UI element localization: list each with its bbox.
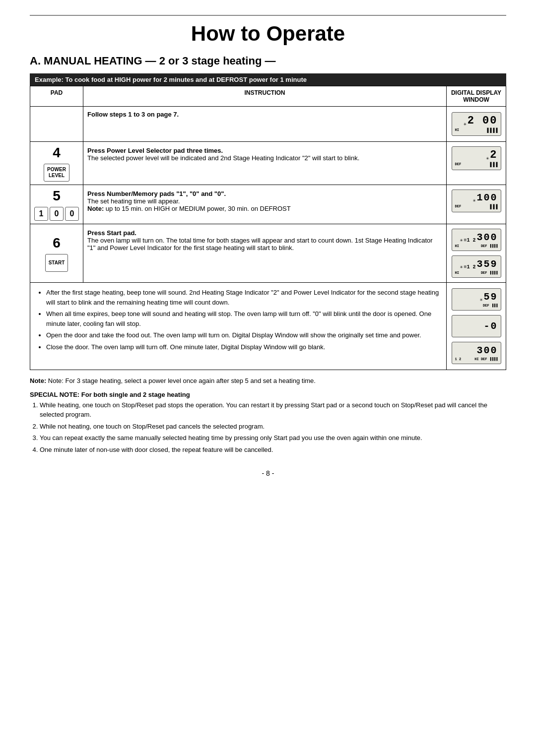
example-bar: Example: To cook food at HIGH power for … bbox=[30, 73, 506, 86]
special-item-1: While heating, one touch on Stop/Reset p… bbox=[40, 400, 506, 420]
display-indicators-6b: HI DEF ▐▐▐▐ bbox=[455, 271, 498, 275]
sun-icon-6b: ✳ bbox=[460, 264, 463, 270]
step-5-num-cell: 5 1 0 0 bbox=[30, 185, 83, 224]
display-main-6b: 359 bbox=[476, 258, 497, 270]
bullet-4: Close the door. The oven lamp will turn … bbox=[46, 342, 439, 352]
sun-icon-6a: ✳ bbox=[460, 237, 463, 243]
follow-steps-pad bbox=[30, 107, 83, 142]
display-indicators-0: HI ▐▐▐▐ bbox=[455, 128, 498, 133]
display-main-b2: -0 bbox=[483, 320, 497, 332]
step-5-row: 5 1 0 0 Press Number/Memory pads "1", "0… bbox=[30, 185, 506, 224]
note-text: Note: Note: For 3 stage heating, select … bbox=[30, 376, 506, 386]
display-indicators-5: DEF ▐▐▐ bbox=[455, 204, 498, 210]
display-group-bullets: ✳ 59 DEF ▐▐▐ -0 bbox=[449, 287, 504, 366]
bars-indicator: ▐▐▐▐ bbox=[485, 128, 497, 133]
note-text-body: Note: For 3 stage heating, select a powe… bbox=[48, 377, 316, 384]
col-header-pad: PAD bbox=[30, 86, 83, 107]
step-5-body: The set heating time will appear. bbox=[87, 197, 180, 205]
hi-indicator-6a: HI bbox=[455, 244, 459, 248]
sun-icon-top: ✳ bbox=[464, 121, 467, 127]
step-4-body: The selected power level will be indicat… bbox=[87, 154, 359, 162]
display-group-6: ✳ ≡1 2 300 HI DEF ▐▐▐▐ ✳ ≡1 2 bbox=[451, 227, 502, 279]
step-5-instruction: Press Number/Memory pads "1", "0" and "0… bbox=[83, 185, 447, 224]
display-step-5: ✳ 100 DEF ▐▐▐ bbox=[452, 189, 501, 212]
display-bullet-2: -0 bbox=[452, 315, 501, 337]
stage-icon-6b: ≡1 2 bbox=[464, 264, 475, 270]
display-indicators-6a: HI DEF ▐▐▐▐ bbox=[455, 244, 498, 248]
bullets-row: After the first stage heating, beep tone… bbox=[30, 283, 506, 370]
step-5-number: 5 bbox=[53, 188, 61, 204]
step-6-num-cell: 6 START bbox=[30, 224, 83, 283]
hi-indicator-6b: HI bbox=[455, 271, 459, 275]
col-header-instruction: INSTRUCTION bbox=[83, 86, 447, 107]
bars-b1: DEF ▐▐▐ bbox=[483, 304, 497, 308]
display-indicators-b3: 1 2 HI DEF ▐▐▐▐ bbox=[455, 357, 498, 361]
def-indicator-5: DEF bbox=[455, 204, 462, 210]
special-item-2: While not heating, one touch on Stop/Res… bbox=[40, 422, 506, 432]
step-4-number: 4 bbox=[53, 145, 61, 161]
def-indicator-4: DEF bbox=[455, 162, 462, 168]
step-6-body: The oven lamp will turn on. The total ti… bbox=[87, 237, 433, 252]
special-note-title: SPECIAL NOTE: For both single and 2 stag… bbox=[30, 391, 506, 398]
bullet-3: Open the door and take the food out. The… bbox=[46, 330, 439, 340]
sun-icon-4: ✳ bbox=[486, 155, 489, 161]
bullets-list: After the first stage heating, beep tone… bbox=[37, 288, 439, 352]
step-6-display: ✳ ≡1 2 300 HI DEF ▐▐▐▐ ✳ ≡1 2 bbox=[447, 224, 506, 283]
display-step-6a: ✳ ≡1 2 300 HI DEF ▐▐▐▐ bbox=[452, 229, 501, 251]
bars-b3: HI DEF ▐▐▐▐ bbox=[474, 357, 497, 361]
pad-1: 1 bbox=[34, 207, 48, 221]
follow-steps-instruction: Follow steps 1 to 3 on page 7. bbox=[83, 107, 447, 142]
start-pad: START bbox=[45, 254, 68, 272]
follow-steps-text: Follow steps 1 to 3 on page 7. bbox=[87, 111, 179, 118]
power-level-pad: POWERLEVEL bbox=[44, 164, 69, 182]
stage-icon-6a: ≡1 2 bbox=[464, 238, 475, 243]
bullet-2: When all time expires, beep tone will so… bbox=[46, 309, 439, 328]
bars-right-6a: DEF ▐▐▐▐ bbox=[481, 244, 498, 248]
step-6-row: 6 START Press Start pad. The oven lamp w… bbox=[30, 224, 506, 283]
display-main-b3: 300 bbox=[476, 345, 497, 356]
display-indicators-4: DEF ▐▐▐ bbox=[455, 162, 498, 168]
sun-icon-b1: ✳ bbox=[479, 297, 482, 303]
instruction-table: PAD INSTRUCTION DIGITAL DISPLAY WINDOW F… bbox=[30, 86, 506, 370]
display-main-5: 100 bbox=[476, 192, 497, 203]
step-6-number: 6 bbox=[53, 235, 61, 251]
step-6-instruction: Press Start pad. The oven lamp will turn… bbox=[83, 224, 447, 283]
page-title: How to Operate bbox=[30, 15, 506, 46]
special-item-4: One minute later of non-use with door cl… bbox=[40, 445, 506, 455]
display-step-0: ✳ 2 00 HI ▐▐▐▐ bbox=[452, 112, 501, 136]
sun-icon-5: ✳ bbox=[472, 197, 475, 203]
step-4-display: ✳ 2 DEF ▐▐▐ bbox=[447, 142, 506, 185]
bullet-1: After the first stage heating, beep tone… bbox=[46, 288, 439, 307]
hi-indicator: HI bbox=[455, 128, 459, 133]
step-6-bold: Press Start pad. bbox=[87, 229, 136, 237]
display-main-4: 2 bbox=[490, 149, 497, 161]
step-4-num-cell: 4 POWERLEVEL bbox=[30, 142, 83, 185]
bullets-cell: After the first stage heating, beep tone… bbox=[30, 283, 447, 370]
step-4-row: 4 POWERLEVEL Press Power Level Selector … bbox=[30, 142, 506, 185]
display-main-6a: 300 bbox=[476, 232, 497, 243]
follow-steps-display: ✳ 2 00 HI ▐▐▐▐ bbox=[447, 107, 506, 142]
bars-indicator-4: ▐▐▐ bbox=[488, 162, 497, 168]
display-indicators-b1: DEF ▐▐▐ bbox=[455, 304, 498, 308]
pad-0b: 0 bbox=[65, 207, 79, 221]
step-4-bold: Press Power Level Selector pad three tim… bbox=[87, 147, 223, 154]
num-pads-5: 1 0 0 bbox=[34, 207, 79, 221]
display-step-6b: ✳ ≡1 2 359 HI DEF ▐▐▐▐ bbox=[452, 255, 501, 278]
bars-indicator-5: ▐▐▐ bbox=[488, 204, 497, 210]
section-title: A. MANUAL HEATING — 2 or 3 stage heating… bbox=[30, 55, 506, 67]
page-number: - 8 - bbox=[30, 469, 506, 477]
pad-0a: 0 bbox=[50, 207, 64, 221]
step-5-display: ✳ 100 DEF ▐▐▐ bbox=[447, 185, 506, 224]
step-5-bold: Press Number/Memory pads "1", "0" and "0… bbox=[87, 190, 226, 197]
special-item-3: You can repeat exactly the same manually… bbox=[40, 433, 506, 443]
bars-right-6b: DEF ▐▐▐▐ bbox=[481, 271, 498, 275]
special-note-section: SPECIAL NOTE: For both single and 2 stag… bbox=[30, 391, 506, 455]
bullets-display: ✳ 59 DEF ▐▐▐ -0 bbox=[447, 283, 506, 370]
display-main-0: 2 00 bbox=[468, 115, 498, 127]
display-step-4: ✳ 2 DEF ▐▐▐ bbox=[452, 146, 501, 170]
follow-steps-row: Follow steps 1 to 3 on page 7. ✳ 2 00 HI… bbox=[30, 107, 506, 142]
display-bullet-3: 300 1 2 HI DEF ▐▐▐▐ bbox=[452, 342, 501, 364]
display-main-b1: 59 bbox=[483, 291, 497, 303]
step-5-note: Note: up to 15 min. on HIGH or MEDIUM po… bbox=[87, 205, 291, 212]
special-list: While heating, one touch on Stop/Reset p… bbox=[30, 400, 506, 455]
